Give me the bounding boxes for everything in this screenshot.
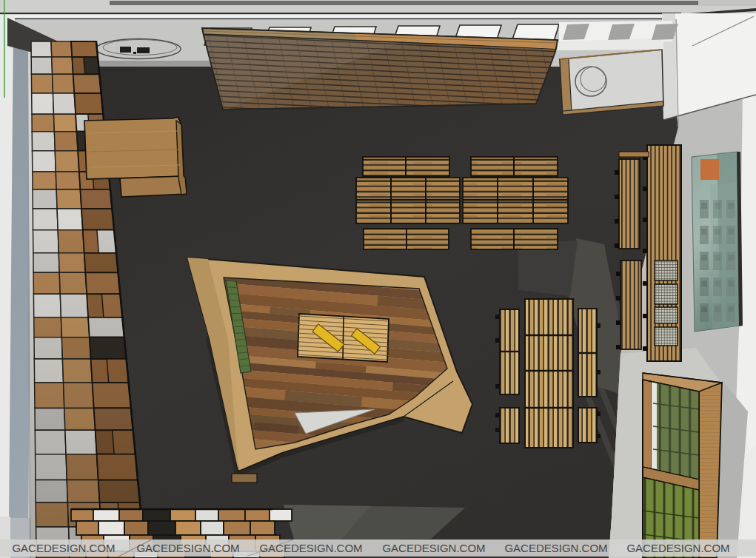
svg-text:GACEDESIGN.COM: GACEDESIGN.COM xyxy=(626,542,729,554)
svg-text:GACEDESIGN.COM: GACEDESIGN.COM xyxy=(136,542,239,554)
svg-text:GACEDESIGN.COM: GACEDESIGN.COM xyxy=(12,542,115,554)
svg-text:GACEDESIGN.COM: GACEDESIGN.COM xyxy=(382,542,485,554)
svg-text:GACEDESIGN.COM: GACEDESIGN.COM xyxy=(259,542,362,554)
svg-text:GACEDESIGN.COM: GACEDESIGN.COM xyxy=(504,542,607,554)
